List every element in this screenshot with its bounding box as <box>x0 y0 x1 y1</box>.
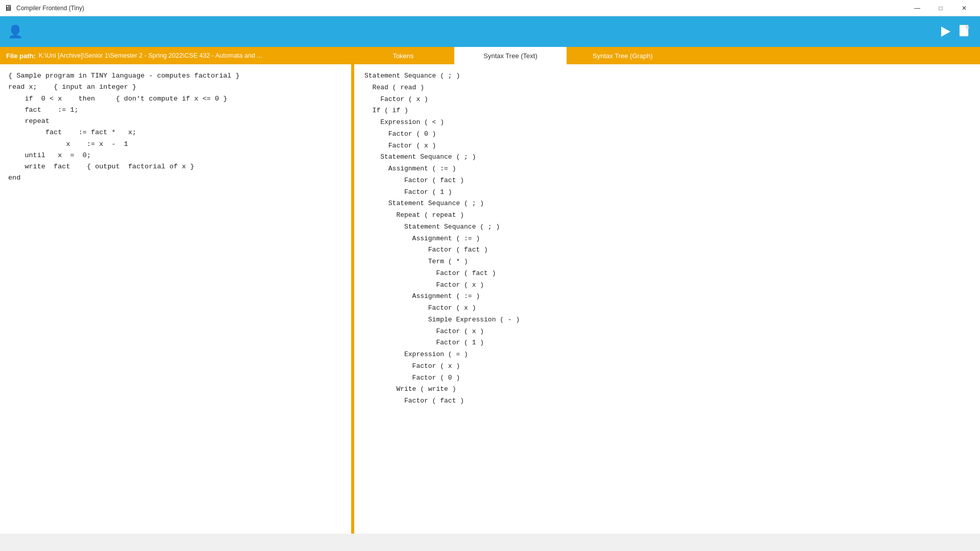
tree-line: Simple Expression ( - ) <box>364 314 970 326</box>
tree-line: Expression ( = ) <box>364 349 970 361</box>
maximize-button[interactable]: □ <box>929 0 952 16</box>
tree-line: Factor ( 1 ) <box>364 337 970 349</box>
tree-panel[interactable]: Statement Sequance ( ; ) Read ( read ) F… <box>354 64 980 534</box>
filepath-label: File path: <box>6 52 36 60</box>
tree-line: Term ( * ) <box>364 256 970 268</box>
toolbar-right <box>938 24 972 39</box>
titlebar-left: 🖥 Compiler Frontend (Tiny) <box>4 4 84 13</box>
titlebar-title: Compiler Frontend (Tiny) <box>16 5 84 12</box>
tab-bar: Tokens Syntax Tree (Text) Syntax Tree (G… <box>352 47 980 64</box>
filepath-tab-row: File path: K:\Uni [Archive]\Senior 1\Sem… <box>0 47 980 64</box>
tree-line: Statement Sequance ( ; ) <box>364 70 970 82</box>
tab-tokens[interactable]: Tokens <box>352 47 454 64</box>
tree-line: Factor ( fact ) <box>364 244 970 256</box>
tree-line: Factor ( 0 ) <box>364 129 970 140</box>
tree-line: Factor ( x ) <box>364 140 970 152</box>
run-button[interactable] <box>938 24 952 39</box>
code-line: x := x - 1 <box>8 139 343 150</box>
tree-line: Factor ( x ) <box>364 303 970 314</box>
main-content: { Sample program in TINY language - comp… <box>0 64 980 534</box>
code-line: read x; { input an integer } <box>8 82 343 93</box>
code-line: fact := fact * x; <box>8 127 343 138</box>
tree-line: Factor ( x ) <box>364 361 970 372</box>
titlebar: 🖥 Compiler Frontend (Tiny) — □ ✕ <box>0 0 980 16</box>
toolbar: 👤 <box>0 16 980 47</box>
tab-syntax-graph[interactable]: Syntax Tree (Graph) <box>567 47 679 64</box>
svg-marker-0 <box>941 27 950 37</box>
user-icon: 👤 <box>8 24 22 39</box>
tree-line: Write ( write ) <box>364 384 970 395</box>
new-file-button[interactable] <box>959 24 972 39</box>
code-line: fact := 1; <box>8 105 343 116</box>
code-line: write fact { output factorial of x } <box>8 161 343 172</box>
tab-syntax-text[interactable]: Syntax Tree (Text) <box>454 47 567 64</box>
minimize-button[interactable]: — <box>905 0 929 16</box>
tree-line: If ( if ) <box>364 105 970 117</box>
run-icon <box>938 24 952 39</box>
tree-line: Factor ( 0 ) <box>364 372 970 384</box>
code-line: if 0 < x then { don't compute if x <= 0 … <box>8 93 343 105</box>
tree-line: Factor ( fact ) <box>364 268 970 280</box>
code-panel[interactable]: { Sample program in TINY language - comp… <box>0 64 352 534</box>
app-icon: 🖥 <box>4 4 12 13</box>
tree-line: Factor ( fact ) <box>364 395 970 407</box>
tree-line: Factor ( fact ) <box>364 175 970 187</box>
titlebar-controls: — □ ✕ <box>905 0 976 16</box>
tree-line: Assignment ( := ) <box>364 163 970 175</box>
tree-line: Expression ( < ) <box>364 117 970 129</box>
code-line: until x = 0; <box>8 150 343 161</box>
toolbar-left: 👤 <box>8 24 22 39</box>
close-button[interactable]: ✕ <box>952 0 976 16</box>
tree-line: Statement Sequance ( ; ) <box>364 221 970 233</box>
tree-line: Statement Sequance ( ; ) <box>364 152 970 163</box>
tree-line: Assignment ( := ) <box>364 291 970 303</box>
tree-line: Assignment ( := ) <box>364 233 970 245</box>
new-file-icon <box>959 24 972 39</box>
tree-line: Factor ( x ) <box>364 326 970 338</box>
tree-line: Factor ( x ) <box>364 280 970 291</box>
tree-line: Read ( read ) <box>364 82 970 94</box>
code-line: repeat <box>8 116 343 127</box>
filepath-value: K:\Uni [Archive]\Senior 1\Semester 2 - S… <box>39 52 262 59</box>
code-line: { Sample program in TINY language - comp… <box>8 70 343 82</box>
tree-line: Repeat ( repeat ) <box>364 210 970 221</box>
tree-line: Factor ( 1 ) <box>364 187 970 198</box>
code-line: end <box>8 172 343 184</box>
tree-line: Statement Sequance ( ; ) <box>364 198 970 210</box>
tree-line: Factor ( x ) <box>364 94 970 106</box>
filepath-bar: File path: K:\Uni [Archive]\Senior 1\Sem… <box>0 47 352 64</box>
